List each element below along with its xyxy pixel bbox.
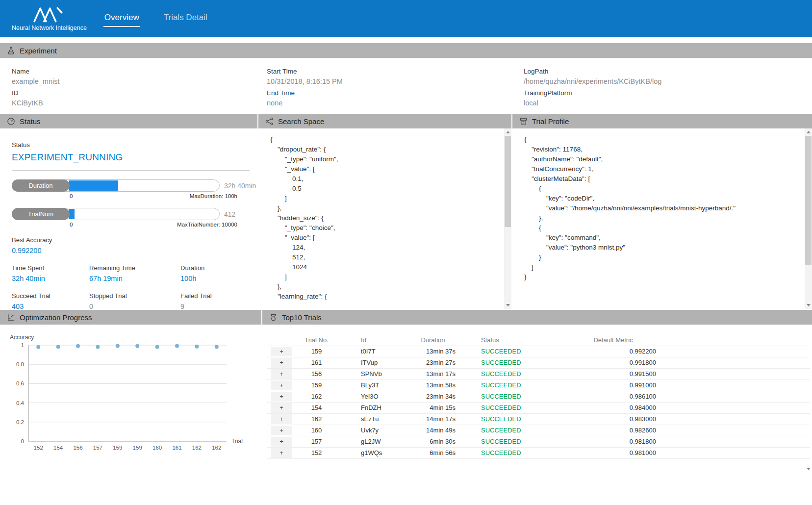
- search-space-scrollbar[interactable]: [504, 128, 511, 309]
- trialnum-max: MaxTrialNumber: 10000: [177, 222, 237, 227]
- trial-duration: 6min 30s: [408, 436, 457, 447]
- trial-duration: 6min 56s: [408, 447, 457, 458]
- trial-profile-scrollbar[interactable]: [805, 128, 812, 309]
- scrollbar-track[interactable]: [504, 136, 511, 302]
- expand-row-button[interactable]: +: [271, 437, 292, 447]
- succeed-trial-label: Succeed Trial: [12, 292, 89, 300]
- experiment-fields: Name example_mnist ID KCiBytKB Start Tim…: [0, 58, 812, 113]
- trial-id: t0I7T: [337, 346, 408, 357]
- trial-profile-panel: Trial Profile { "revision": 11768, "auth…: [512, 114, 812, 309]
- trial-status: SUCCEEDED: [457, 346, 551, 357]
- trial-default-metric: 0.982600: [551, 425, 676, 436]
- duration-max: MaxDuration: 100h: [190, 193, 237, 199]
- duration-bar-label: Duration: [12, 179, 70, 192]
- name-label: Name: [12, 68, 255, 75]
- expander-cell: +: [267, 436, 296, 447]
- expand-row-button[interactable]: +: [271, 403, 292, 413]
- duration-label: Duration: [180, 264, 250, 272]
- trial-duration: 13min 37s: [408, 346, 457, 357]
- tab-overview[interactable]: Overview: [103, 10, 140, 27]
- expander-cell: +: [267, 379, 296, 391]
- scroll-up-icon[interactable]: [504, 128, 511, 136]
- training-platform-value: local: [524, 99, 812, 107]
- svg-text:159: 159: [113, 445, 122, 451]
- svg-text:Accuracy: Accuracy: [10, 334, 34, 341]
- svg-text:162: 162: [212, 445, 221, 451]
- duration-scale: 0 MaxDuration: 100h: [70, 193, 237, 199]
- trial-no: 162: [296, 413, 337, 425]
- trial-default-metric: 0.991000: [551, 379, 676, 391]
- nni-logo[interactable]: Neural Network Intelligence: [12, 6, 87, 31]
- trial-status: SUCCEEDED: [457, 379, 551, 391]
- optimization-progress-title: Optimization Progress: [20, 313, 92, 322]
- trial-no: 160: [296, 425, 337, 436]
- start-time-label: Start Time: [267, 68, 512, 75]
- stopped-trial-label: Stopped Trial: [89, 292, 180, 300]
- tab-trials-detail[interactable]: Trials Detail: [163, 10, 208, 27]
- stopped-trial-value: 0: [89, 303, 180, 310]
- scroll-up-icon[interactable]: [805, 128, 812, 136]
- svg-text:0.8: 0.8: [16, 361, 24, 367]
- experiment-id: KCiBytKB: [12, 99, 255, 107]
- scroll-down-icon[interactable]: [805, 302, 812, 309]
- trial-row: +156SPNVb13min 17sSUCCEEDED0.991500: [267, 368, 810, 379]
- svg-text:152: 152: [34, 445, 43, 451]
- trialnum-bar-label: TrialNum: [12, 208, 70, 220]
- page-scrollbar-down-arrow[interactable]: [805, 465, 812, 473]
- nav-tabs: Overview Trials Detail: [103, 10, 208, 27]
- chart-data-point: [155, 345, 159, 349]
- svg-text:159: 159: [133, 445, 142, 451]
- svg-text:162: 162: [192, 445, 202, 451]
- svg-text:157: 157: [93, 445, 102, 451]
- expand-row-button[interactable]: +: [271, 392, 292, 402]
- trialnum-scale: 0 MaxTrialNumber: 10000: [70, 222, 237, 227]
- trial-duration: 23min 27s: [408, 357, 457, 368]
- expand-row-button[interactable]: +: [271, 358, 292, 368]
- search-space-title: Search Space: [278, 117, 324, 126]
- accuracy-chart: 00.20.40.60.8115215415615715915916016116…: [3, 330, 258, 468]
- trial-no: 152: [296, 447, 337, 458]
- optimization-section-header: Optimization Progress: [0, 310, 261, 325]
- trial-status: SUCCEEDED: [457, 413, 551, 425]
- experiment-section-header: Experiment: [0, 43, 812, 58]
- medal-icon: [269, 313, 278, 322]
- scrollbar-thumb[interactable]: [505, 136, 511, 227]
- trial-profile-title: Trial Profile: [532, 117, 569, 126]
- top10-section-header: Top10 Trials: [262, 310, 812, 325]
- svg-text:154: 154: [53, 445, 63, 451]
- network-icon: [265, 117, 274, 126]
- expander-cell: +: [267, 425, 296, 436]
- top10-trials-panel: Top10 Trials Trial No. Id Duration Statu…: [262, 310, 812, 476]
- trial-row: +161ITVup23min 27sSUCCEEDED0.991800: [267, 357, 810, 368]
- training-platform-label: TrainingPlatform: [524, 89, 812, 97]
- expand-row-button[interactable]: +: [271, 448, 292, 458]
- svg-text:Trial: Trial: [231, 438, 243, 445]
- gauge-icon: [7, 117, 15, 126]
- expand-row-button[interactable]: +: [271, 369, 292, 379]
- trial-default-metric: 0.981800: [551, 436, 676, 447]
- trial-id: Uvk7y: [337, 425, 408, 436]
- trial-id: ITVup: [337, 357, 408, 368]
- scrollbar-thumb[interactable]: [805, 136, 812, 265]
- search-space-json: { "dropout_rate": { "_type": "uniform", …: [258, 128, 511, 309]
- expand-row-button[interactable]: +: [271, 347, 292, 356]
- duration-column-header: Duration: [408, 334, 457, 346]
- search-space-section-header: Search Space: [258, 114, 511, 128]
- best-accuracy-label: Best Accuracy: [12, 236, 250, 244]
- time-spent-label: Time Spent: [12, 264, 89, 272]
- expand-row-button[interactable]: +: [271, 414, 292, 424]
- expand-row-button[interactable]: +: [271, 380, 292, 390]
- experiment-status-value: EXPERIMENT_RUNNING: [12, 152, 250, 163]
- trial-status: SUCCEEDED: [457, 436, 551, 447]
- brand-name: Neural Network Intelligence: [12, 25, 87, 31]
- end-time-value: none: [267, 99, 512, 107]
- scroll-down-icon[interactable]: [504, 302, 511, 309]
- scrollbar-track[interactable]: [805, 136, 812, 302]
- status-section-header: Status: [0, 114, 257, 128]
- expander-cell: +: [267, 402, 296, 413]
- expand-row-button[interactable]: +: [271, 426, 292, 435]
- trial-status: SUCCEEDED: [457, 447, 551, 458]
- experiment-title: Experiment: [20, 47, 57, 55]
- table-header-row: Trial No. Id Duration Status Default Met…: [267, 334, 810, 346]
- trial-no: 156: [296, 368, 337, 379]
